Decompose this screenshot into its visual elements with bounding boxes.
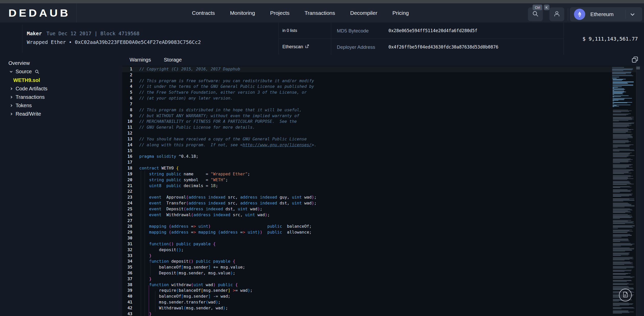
dedaub-logo[interactable]: DEDAUB	[8, 7, 70, 19]
etherscan-link[interactable]: Etherscan	[282, 44, 309, 50]
minimap-line	[613, 132, 626, 133]
nav-monitoring[interactable]: Monitoring	[230, 10, 255, 16]
minimap-line	[613, 177, 628, 178]
sidebar-overview[interactable]: Overview	[8, 60, 30, 66]
sidebar-item-tokens[interactable]: Tokens	[10, 103, 32, 108]
code-editor[interactable]: 1// Copyright (C) 2015, 2016, 2017 Dapph…	[122, 66, 644, 316]
line-number: 19	[122, 171, 135, 177]
line-number: 43	[122, 311, 135, 316]
minimap-line	[613, 183, 631, 184]
kbd-ctrl: Ctrl	[533, 5, 542, 10]
logo-box[interactable]: DEDAUB	[0, 3, 77, 22]
minimap-line	[613, 94, 623, 94]
minimap-line	[613, 137, 633, 137]
minimap-line	[613, 92, 626, 92]
minimap-line	[613, 126, 629, 126]
minimap-line	[613, 141, 629, 141]
minimap-line	[613, 128, 629, 129]
nav-links: Contracts Monitoring Projects Transactio…	[192, 3, 409, 22]
minimap-line	[612, 67, 624, 68]
minimap-line	[613, 245, 632, 246]
network-selector[interactable]: Ethereum	[570, 7, 642, 21]
nav-projects[interactable]: Projects	[270, 10, 290, 16]
minimap-line	[613, 84, 633, 85]
minimap-line	[612, 72, 631, 73]
account-button[interactable]	[549, 7, 564, 21]
minimap-line	[613, 90, 624, 90]
nav-decompiler[interactable]: Decompiler	[350, 10, 377, 16]
scrollbar-thumb[interactable]	[636, 67, 640, 69]
minimap-line	[613, 157, 627, 157]
chevron-down-icon	[9, 70, 13, 74]
nav-pricing[interactable]: Pricing	[392, 10, 409, 16]
sidebar-item-transactions[interactable]: Transactions	[10, 94, 45, 100]
line-number: 5	[122, 90, 135, 95]
scrollbar-track[interactable]	[636, 66, 640, 316]
sidebar-item-source[interactable]: Source	[9, 69, 39, 75]
line-number: 34	[122, 259, 135, 264]
code-line: 34 function deposit() public payable {	[122, 259, 636, 264]
minimap-line	[613, 103, 614, 104]
code-line: 11// GNU General Public License for more…	[122, 125, 636, 130]
indent-guide	[155, 291, 155, 312]
minimap-line	[613, 196, 621, 197]
sidebar-file-weth9[interactable]: WETH9.sol	[13, 77, 40, 83]
code-line: 18contract WETH9 {	[122, 165, 636, 171]
minimap-line	[613, 268, 626, 269]
minimap-line	[613, 231, 633, 232]
line-number: 17	[122, 160, 135, 165]
minimap-line	[613, 167, 632, 167]
deployer-value[interactable]: 0x4f26ffbe5f04ed43630fdc30a87638d53d0b08…	[388, 44, 498, 50]
code-line: 13// You should have received a copy of …	[122, 136, 636, 142]
line-number: 7	[122, 101, 135, 107]
minimap-line	[613, 308, 635, 308]
minimap-line	[613, 249, 634, 249]
minimap-line	[613, 130, 631, 130]
lists-badge[interactable]: in 0 lists	[282, 28, 297, 33]
code-line: 8// This program is distributed in the h…	[122, 107, 636, 113]
contract-name-address[interactable]: Wrapped Ether • 0xC02aaA39b223FE8D0A0e5C…	[27, 39, 201, 45]
line-number: 16	[122, 154, 135, 160]
minimap-line	[613, 274, 626, 275]
code-line: 14// along with this program. If not, se…	[122, 142, 636, 148]
copy-button[interactable]	[631, 56, 639, 65]
chevron-down-icon[interactable]	[629, 11, 636, 19]
tab-storage[interactable]: Storage	[164, 57, 182, 63]
code-line: 6// (at your option) any later version.	[122, 95, 636, 101]
document-fab-button[interactable]	[619, 289, 632, 301]
ethereum-icon	[574, 9, 585, 20]
minimap-line	[613, 190, 632, 190]
md5-value[interactable]: 0x28e065e594ff5114e20d4fa6fd280d5f	[388, 28, 477, 33]
line-number: 33	[122, 253, 135, 259]
code-line: 24 event Transfer(address indexed src, a…	[122, 200, 636, 206]
minimap-line	[613, 236, 628, 237]
code-line: 40 balanceOf[msg.sender] -= wad;	[122, 294, 636, 299]
minimap-line	[613, 125, 629, 125]
edge-strip	[640, 66, 644, 316]
minimap-line	[613, 274, 628, 274]
code-line: 9// but WITHOUT ANY WARRANTY; without ev…	[122, 113, 636, 119]
line-number: 29	[122, 229, 135, 235]
minimap[interactable]	[612, 66, 636, 316]
minimap-line	[613, 85, 633, 86]
line-number: 30	[122, 235, 135, 241]
sidebar-item-code-artifacts[interactable]: Code Artifacts	[10, 86, 48, 92]
minimap-line	[613, 80, 622, 81]
minimap-line	[612, 74, 626, 74]
minimap-line	[613, 309, 622, 309]
nav-contracts[interactable]: Contracts	[192, 10, 215, 16]
minimap-line	[613, 284, 627, 285]
nav-transactions[interactable]: Transactions	[305, 10, 335, 16]
minimap-line	[613, 234, 630, 235]
minimap-line	[613, 203, 628, 203]
minimap-line	[613, 194, 633, 194]
line-number: 39	[122, 288, 135, 294]
sidebar-item-read-write[interactable]: Read/Write	[10, 111, 41, 117]
minimap-line	[613, 223, 625, 224]
minimap-line	[612, 70, 623, 71]
tab-warnings[interactable]: Warnings	[130, 57, 151, 63]
sidebar: Overview Source WETH9.sol Code Artifacts	[0, 55, 122, 316]
minimap-line	[613, 94, 614, 95]
source-search-icon[interactable]	[35, 69, 39, 74]
minimap-line	[613, 225, 635, 226]
